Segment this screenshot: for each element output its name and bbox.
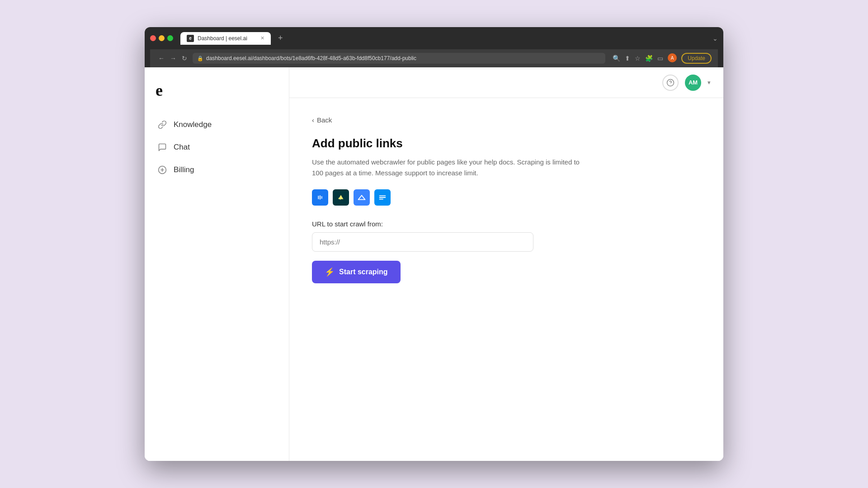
share-icon[interactable]: ⬆ xyxy=(625,55,630,62)
svg-rect-12 xyxy=(379,197,386,198)
sidebar: e Knowledge xyxy=(145,67,289,461)
browser-titlebar: e Dashboard | eesel.ai ✕ + ⌄ xyxy=(150,32,718,45)
main-content: ‹ Back Add public links Use the automate… xyxy=(289,98,723,461)
browser-window: e Dashboard | eesel.ai ✕ + ⌄ ← → ↻ 🔒 das… xyxy=(145,27,723,461)
help-button[interactable] xyxy=(662,75,679,91)
link-icon xyxy=(157,120,167,130)
readme-icon[interactable] xyxy=(374,189,391,206)
app-logo: e xyxy=(145,76,289,113)
reload-button[interactable]: ↻ xyxy=(180,54,189,63)
chevron-down-icon[interactable]: ▾ xyxy=(708,79,711,86)
page-title: Add public links xyxy=(312,136,701,150)
close-button[interactable] xyxy=(150,35,156,41)
browser-tab[interactable]: e Dashboard | eesel.ai ✕ xyxy=(180,32,271,45)
back-nav-button[interactable]: ← xyxy=(156,54,166,63)
bookmark-icon[interactable]: ☆ xyxy=(635,55,641,62)
forward-nav-button[interactable]: → xyxy=(168,54,178,63)
sidebar-item-knowledge[interactable]: Knowledge xyxy=(145,113,289,136)
back-label: Back xyxy=(317,116,332,124)
browser-addressbar: ← → ↻ 🔒 dashboard.eesel.ai/dashboard/bot… xyxy=(150,49,718,67)
app-content: e Knowledge xyxy=(145,67,723,461)
svg-text:A: A xyxy=(671,56,674,61)
back-link[interactable]: ‹ Back xyxy=(312,116,701,124)
nav-items: Knowledge Chat xyxy=(145,113,289,181)
profile-icon[interactable]: A xyxy=(668,53,677,64)
update-button[interactable]: Update xyxy=(681,53,712,64)
gitbook-icon[interactable] xyxy=(354,189,370,206)
main-header: AM ▾ xyxy=(289,67,723,98)
sidebar-item-billing-label: Billing xyxy=(174,165,194,174)
new-tab-button[interactable]: + xyxy=(274,32,287,45)
search-icon[interactable]: 🔍 xyxy=(613,55,620,62)
main-area: AM ▾ ‹ Back Add public links Use the aut… xyxy=(289,67,723,461)
sidebar-item-chat[interactable]: Chat xyxy=(145,136,289,159)
security-icon: 🔒 xyxy=(197,56,203,61)
sidebar-toggle-icon[interactable]: ▭ xyxy=(657,55,663,62)
lightning-icon: ⚡ xyxy=(325,267,335,277)
minimize-button[interactable] xyxy=(159,35,165,41)
sidebar-item-knowledge-label: Knowledge xyxy=(174,120,212,129)
dollar-icon xyxy=(157,165,167,175)
browser-chrome: e Dashboard | eesel.ai ✕ + ⌄ ← → ↻ 🔒 das… xyxy=(145,27,723,67)
start-scraping-button[interactable]: ⚡ Start scraping xyxy=(312,261,401,283)
window-menu-icon[interactable]: ⌄ xyxy=(712,35,718,42)
chat-icon xyxy=(157,142,167,152)
sidebar-item-chat-label: Chat xyxy=(174,143,190,152)
avatar[interactable]: AM xyxy=(685,75,701,91)
svg-rect-11 xyxy=(379,195,386,196)
start-scraping-label: Start scraping xyxy=(339,268,388,276)
browser-actions: 🔍 ⬆ ☆ 🧩 ▭ A Update xyxy=(613,53,712,64)
svg-rect-13 xyxy=(379,199,383,200)
tab-favicon: e xyxy=(187,35,194,42)
service-icons xyxy=(312,189,701,206)
url-label: URL to start crawl from: xyxy=(312,220,701,228)
address-bar[interactable]: 🔒 dashboard.eesel.ai/dashboard/bots/1e8a… xyxy=(193,53,605,64)
tab-label: Dashboard | eesel.ai xyxy=(198,35,257,42)
page-description: Use the automated webcrawler for public … xyxy=(312,157,583,178)
tab-close-icon[interactable]: ✕ xyxy=(260,35,264,41)
url-input[interactable] xyxy=(312,232,533,252)
url-display: dashboard.eesel.ai/dashboard/bots/1e8ad6… xyxy=(206,55,416,61)
sidebar-item-billing[interactable]: Billing xyxy=(145,159,289,181)
svg-rect-9 xyxy=(357,192,367,202)
intercom-icon[interactable] xyxy=(312,189,328,206)
extensions-icon[interactable]: 🧩 xyxy=(645,55,653,62)
maximize-button[interactable] xyxy=(167,35,173,41)
nav-buttons: ← → ↻ xyxy=(156,54,189,63)
zendesk-icon[interactable] xyxy=(333,189,349,206)
chevron-left-icon: ‹ xyxy=(312,116,314,124)
traffic-lights xyxy=(150,35,173,41)
